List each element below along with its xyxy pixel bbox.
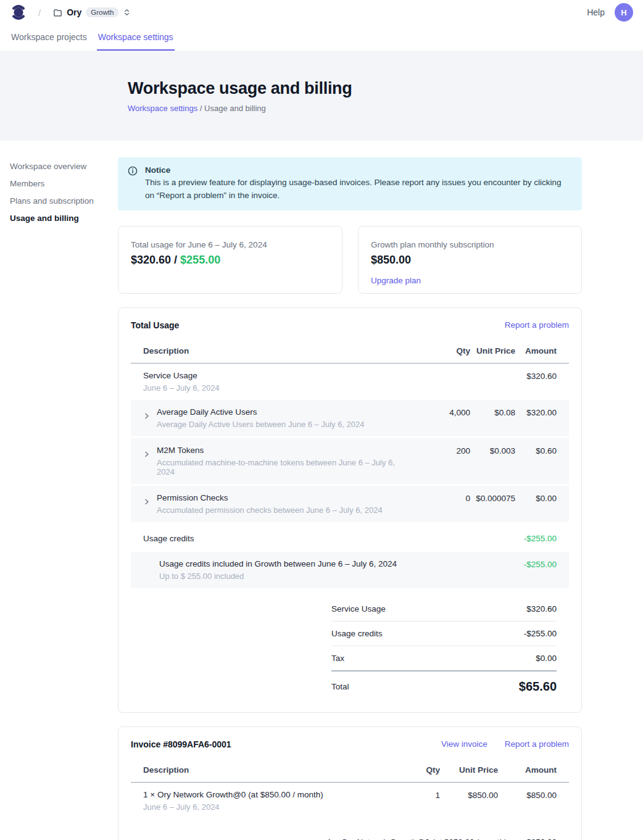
usage-summary: Service Usage $320.60 Usage credits -$25… [331, 597, 557, 697]
header-qty: Qty [415, 346, 470, 356]
total-usage-label: Total usage for June 6 – July 6, 2024 [131, 240, 330, 249]
main-content: Notice This is a preview feature for dis… [118, 141, 582, 840]
expand-chevron-icon[interactable] [143, 451, 151, 458]
summary-value: $320.60 [526, 604, 557, 613]
table-row-usage-credits: Usage credits -$255.00 [131, 524, 569, 552]
summary-value: $850.00 [526, 838, 557, 840]
table-row-permission-checks[interactable]: Permission Checks Accumulated permission… [131, 486, 569, 522]
summary-row-service-usage: Service Usage $320.60 [331, 597, 557, 622]
row-title: 1 × Ory Network Growth@0 (at $850.00 / m… [143, 790, 391, 799]
notice-banner: Notice This is a preview feature for dis… [118, 157, 582, 210]
row-amount: $0.60 [515, 446, 557, 455]
row-qty: 0 [415, 493, 470, 503]
summary-label: Service Usage [331, 604, 386, 613]
expand-chevron-icon[interactable] [143, 498, 151, 505]
invoice-title: Invoice #8099AFA6-0001 [131, 739, 231, 749]
row-amount: -$255.00 [515, 534, 557, 543]
table-row-m2m-tokens[interactable]: M2M Tokens Accumulated machine-to-machin… [131, 438, 569, 484]
row-title: Permission Checks [157, 493, 383, 502]
row-title: Usage credits [143, 534, 415, 543]
header-amount: Amount [498, 765, 557, 775]
workspace-name: Ory [67, 7, 81, 17]
row-qty: 1 [391, 790, 440, 800]
row-subtitle: Up to $ 255.00 included [159, 572, 415, 581]
table-row-average-daily-active-users[interactable]: Average Daily Active Users Average Daily… [131, 400, 569, 436]
row-title: Service Usage [143, 371, 415, 380]
breadcrumb-separator: / [38, 7, 41, 18]
page-header: Workspace usage and billing Workspace se… [0, 51, 643, 141]
sidebar-item-plans-and-subscription[interactable]: Plans and subscription [10, 196, 118, 206]
notice-body: This is a preview feature for displaying… [145, 177, 571, 202]
breadcrumb-workspace-settings-link[interactable]: Workspace settings [128, 104, 197, 113]
help-link[interactable]: Help [587, 7, 605, 17]
row-title: Usage credits included in Growth between… [159, 559, 415, 568]
row-subtitle: Average Daily Active Users between June … [157, 420, 365, 429]
row-amount: $850.00 [498, 790, 557, 800]
report-a-problem-link[interactable]: Report a problem [505, 320, 569, 330]
table-row-service-usage: Service Usage June 6 – July 6, 2024 $320… [131, 364, 569, 400]
tab-workspace-settings[interactable]: Workspace settings [97, 26, 175, 51]
top-bar: / Ory Growth Help H [0, 0, 643, 25]
summary-value: $0.00 [536, 654, 557, 663]
usage-amount-value: $320.60 [131, 254, 171, 266]
workspace-tabs: Workspace projects Workspace settings [0, 25, 643, 51]
notice-title: Notice [145, 165, 571, 175]
invoice-card: Invoice #8099AFA6-0001 View invoice Repo… [118, 726, 582, 840]
summary-label: Tax [331, 654, 344, 663]
view-invoice-link[interactable]: View invoice [441, 739, 487, 749]
sidebar-item-workspace-overview[interactable]: Workspace overview [10, 162, 118, 171]
total-usage-card: Total usage for June 6 – July 6, 2024 $3… [118, 226, 342, 294]
summary-value: -$255.00 [524, 629, 557, 638]
workspace-switcher[interactable]: Ory Growth [51, 6, 133, 19]
header-unit-price: Unit Price [440, 765, 498, 775]
row-subtitle: Accumulated permission checks between Ju… [157, 505, 383, 515]
row-unit-price: $850.00 [440, 790, 498, 800]
usage-table-header: Description Qty Unit Price Amount [131, 340, 569, 364]
plan-subscription-label: Growth plan monthly subscription [371, 240, 569, 249]
row-title: M2M Tokens [157, 446, 415, 455]
summary-row-total: Total $65.60 [331, 672, 557, 697]
plan-subscription-card: Growth plan monthly subscription $850.00… [358, 226, 582, 294]
usage-table-title: Total Usage [131, 320, 179, 330]
invoice-line-row: 1 × Ory Network Growth@0 (at $850.00 / m… [131, 783, 569, 819]
breadcrumb-current: / Usage and billing [197, 104, 266, 113]
row-subtitle: June 6 – July 6, 2024 [143, 383, 415, 393]
breadcrumb: Workspace settings / Usage and billing [128, 104, 643, 113]
row-unit-price: $0.000075 [470, 493, 515, 503]
row-title: Average Daily Active Users [157, 407, 365, 417]
folder-icon [53, 8, 62, 17]
header-unit-price: Unit Price [470, 346, 515, 356]
summary-row-tax: Tax $0.00 [331, 646, 557, 672]
page-title: Workspace usage and billing [128, 79, 643, 98]
tab-workspace-projects[interactable]: Workspace projects [10, 26, 88, 51]
summary-label: Usage credits [331, 629, 383, 638]
info-icon [128, 166, 138, 176]
user-avatar[interactable]: H [615, 3, 633, 22]
invoice-table-header: Description Qty Unit Price Amount [131, 759, 569, 783]
header-qty: Qty [391, 765, 440, 775]
upgrade-plan-link[interactable]: Upgrade plan [371, 276, 421, 285]
settings-sidebar: Workspace overview Members Plans and sub… [0, 141, 118, 231]
plan-subscription-amount: $850.00 [371, 254, 569, 267]
table-row-usage-credits-included: Usage credits included in Growth between… [131, 552, 569, 588]
row-amount: $320.60 [515, 371, 557, 381]
total-usage-table-card: Total Usage Report a problem Description… [118, 307, 582, 713]
expand-chevron-icon[interactable] [143, 412, 151, 420]
row-subtitle: June 6 – July 6, 2024 [143, 802, 391, 812]
summary-label: 1 × Ory Network Growth@0 (at $850.00 / m… [327, 838, 507, 840]
report-a-problem-link[interactable]: Report a problem [505, 739, 569, 749]
row-unit-price: $0.08 [470, 407, 515, 417]
usage-credits-value: $255.00 [180, 254, 220, 266]
total-label: Total [331, 682, 349, 691]
sidebar-item-members[interactable]: Members [10, 179, 118, 188]
ory-logo-icon[interactable] [10, 4, 27, 21]
header-description: Description [143, 346, 415, 356]
sidebar-item-usage-and-billing[interactable]: Usage and billing [10, 214, 118, 223]
total-usage-amount: $320.60 / $255.00 [131, 254, 330, 267]
chevron-updown-icon [123, 8, 131, 17]
total-value: $65.60 [519, 680, 557, 694]
row-amount: -$255.00 [515, 559, 557, 569]
row-amount: $0.00 [515, 493, 557, 503]
row-qty: 4,000 [415, 407, 470, 417]
header-amount: Amount [515, 346, 557, 356]
